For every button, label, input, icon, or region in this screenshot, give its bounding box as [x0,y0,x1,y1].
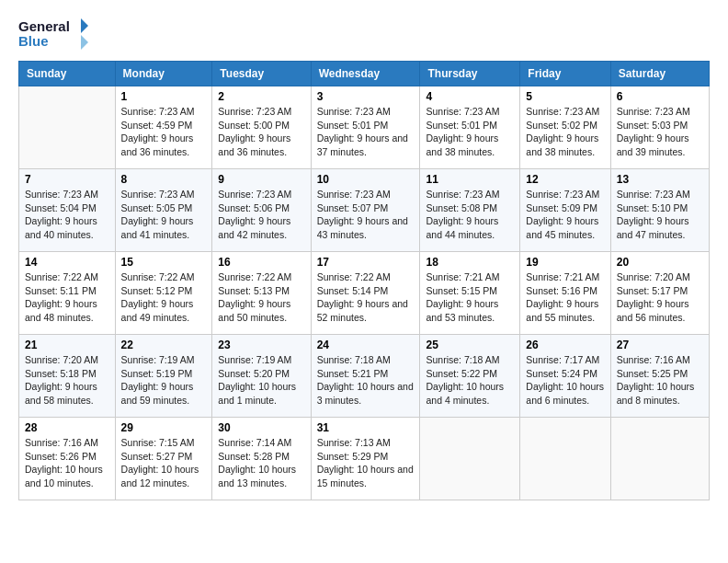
day-header-wednesday: Wednesday [311,62,420,86]
calendar-cell: 21Sunrise: 7:20 AMSunset: 5:18 PMDayligh… [19,335,116,418]
day-info: Sunrise: 7:19 AMSunset: 5:20 PMDaylight:… [218,353,304,408]
calendar-cell: 3Sunrise: 7:23 AMSunset: 5:01 PMDaylight… [311,86,420,169]
week-row-4: 21Sunrise: 7:20 AMSunset: 5:18 PMDayligh… [19,335,710,418]
week-row-1: 1Sunrise: 7:23 AMSunset: 4:59 PMDaylight… [19,86,710,169]
day-info: Sunrise: 7:22 AMSunset: 5:13 PMDaylight:… [218,270,304,325]
day-info: Sunrise: 7:23 AMSunset: 4:59 PMDaylight:… [121,105,207,159]
day-number: 26 [526,339,604,351]
day-number: 28 [25,421,109,434]
day-number: 16 [218,256,304,269]
calendar-cell: 1Sunrise: 7:23 AMSunset: 4:59 PMDaylight… [115,86,212,169]
day-info: Sunrise: 7:15 AMSunset: 5:27 PMDaylight:… [121,436,207,490]
day-info: Sunrise: 7:18 AMSunset: 5:21 PMDaylight:… [317,353,415,408]
day-info: Sunrise: 7:23 AMSunset: 5:01 PMDaylight:… [426,105,514,159]
calendar-cell: 7Sunrise: 7:23 AMSunset: 5:04 PMDaylight… [19,169,116,252]
calendar-cell: 2Sunrise: 7:23 AMSunset: 5:00 PMDaylight… [212,86,311,169]
day-info: Sunrise: 7:23 AMSunset: 5:04 PMDaylight:… [25,188,109,242]
day-number: 21 [25,339,109,351]
day-number: 19 [526,256,604,269]
page-header: General Blue [18,15,710,52]
calendar-header-row: SundayMondayTuesdayWednesdayThursdayFrid… [19,62,710,86]
day-info: Sunrise: 7:21 AMSunset: 5:16 PMDaylight:… [526,270,604,325]
calendar-cell: 8Sunrise: 7:23 AMSunset: 5:05 PMDaylight… [115,169,212,252]
day-header-thursday: Thursday [420,62,520,86]
calendar-cell: 4Sunrise: 7:23 AMSunset: 5:01 PMDaylight… [420,86,520,169]
day-number: 15 [121,256,207,269]
calendar-cell: 16Sunrise: 7:22 AMSunset: 5:13 PMDayligh… [212,252,311,335]
calendar-cell: 14Sunrise: 7:22 AMSunset: 5:11 PMDayligh… [19,252,116,335]
day-number: 22 [121,339,207,351]
day-number: 31 [317,421,415,434]
day-number: 12 [526,173,604,186]
calendar-cell [19,86,116,169]
day-info: Sunrise: 7:18 AMSunset: 5:22 PMDaylight:… [426,353,514,408]
day-info: Sunrise: 7:23 AMSunset: 5:05 PMDaylight:… [121,188,207,242]
calendar-cell: 6Sunrise: 7:23 AMSunset: 5:03 PMDaylight… [610,86,709,169]
day-info: Sunrise: 7:23 AMSunset: 5:02 PMDaylight:… [526,105,604,159]
day-number: 29 [121,421,207,434]
calendar-cell: 13Sunrise: 7:23 AMSunset: 5:10 PMDayligh… [610,169,709,252]
day-number: 24 [317,339,415,351]
day-info: Sunrise: 7:22 AMSunset: 5:12 PMDaylight:… [121,270,207,325]
calendar-cell: 26Sunrise: 7:17 AMSunset: 5:24 PMDayligh… [520,335,610,418]
calendar-cell: 24Sunrise: 7:18 AMSunset: 5:21 PMDayligh… [311,335,420,418]
calendar-cell: 11Sunrise: 7:23 AMSunset: 5:08 PMDayligh… [420,169,520,252]
calendar-cell: 18Sunrise: 7:21 AMSunset: 5:15 PMDayligh… [420,252,520,335]
week-row-2: 7Sunrise: 7:23 AMSunset: 5:04 PMDaylight… [19,169,710,252]
calendar-cell: 12Sunrise: 7:23 AMSunset: 5:09 PMDayligh… [520,169,610,252]
calendar-cell: 20Sunrise: 7:20 AMSunset: 5:17 PMDayligh… [610,252,709,335]
calendar-cell [520,418,610,500]
day-number: 3 [317,90,415,103]
calendar-cell: 10Sunrise: 7:23 AMSunset: 5:07 PMDayligh… [311,169,420,252]
calendar-cell [420,418,520,500]
day-number: 7 [25,173,109,186]
day-info: Sunrise: 7:22 AMSunset: 5:11 PMDaylight:… [25,270,109,325]
day-number: 1 [121,90,207,103]
day-info: Sunrise: 7:21 AMSunset: 5:15 PMDaylight:… [426,270,514,325]
day-info: Sunrise: 7:23 AMSunset: 5:01 PMDaylight:… [317,105,415,159]
calendar-cell: 27Sunrise: 7:16 AMSunset: 5:25 PMDayligh… [610,335,709,418]
day-number: 18 [426,256,514,269]
calendar-body: 1Sunrise: 7:23 AMSunset: 4:59 PMDaylight… [19,86,710,500]
day-header-tuesday: Tuesday [212,62,311,86]
day-number: 4 [426,90,514,103]
svg-text:Blue: Blue [18,33,49,49]
day-info: Sunrise: 7:20 AMSunset: 5:17 PMDaylight:… [617,270,703,325]
day-number: 13 [617,173,703,186]
day-number: 30 [218,421,304,434]
calendar-table: SundayMondayTuesdayWednesdayThursdayFrid… [18,61,710,500]
calendar-cell: 17Sunrise: 7:22 AMSunset: 5:14 PMDayligh… [311,252,420,335]
logo: General Blue [18,15,92,52]
logo-icon: General Blue [18,15,92,52]
day-info: Sunrise: 7:23 AMSunset: 5:10 PMDaylight:… [617,188,703,242]
day-info: Sunrise: 7:23 AMSunset: 5:00 PMDaylight:… [218,105,304,159]
day-info: Sunrise: 7:19 AMSunset: 5:19 PMDaylight:… [121,353,207,408]
day-number: 5 [526,90,604,103]
calendar-cell: 19Sunrise: 7:21 AMSunset: 5:16 PMDayligh… [520,252,610,335]
week-row-3: 14Sunrise: 7:22 AMSunset: 5:11 PMDayligh… [19,252,710,335]
calendar-cell: 31Sunrise: 7:13 AMSunset: 5:29 PMDayligh… [311,418,420,500]
calendar-cell: 30Sunrise: 7:14 AMSunset: 5:28 PMDayligh… [212,418,311,500]
day-number: 11 [426,173,514,186]
svg-marker-2 [81,18,88,33]
svg-text:General: General [18,18,70,34]
day-info: Sunrise: 7:20 AMSunset: 5:18 PMDaylight:… [25,353,109,408]
calendar-cell: 9Sunrise: 7:23 AMSunset: 5:06 PMDaylight… [212,169,311,252]
day-number: 14 [25,256,109,269]
day-info: Sunrise: 7:23 AMSunset: 5:09 PMDaylight:… [526,188,604,242]
svg-marker-3 [81,35,88,50]
day-number: 23 [218,339,304,351]
day-header-friday: Friday [520,62,610,86]
calendar-cell: 22Sunrise: 7:19 AMSunset: 5:19 PMDayligh… [115,335,212,418]
day-info: Sunrise: 7:23 AMSunset: 5:08 PMDaylight:… [426,188,514,242]
day-header-monday: Monday [115,62,212,86]
week-row-5: 28Sunrise: 7:16 AMSunset: 5:26 PMDayligh… [19,418,710,500]
day-info: Sunrise: 7:16 AMSunset: 5:25 PMDaylight:… [617,353,703,408]
day-header-saturday: Saturday [610,62,709,86]
calendar-cell: 28Sunrise: 7:16 AMSunset: 5:26 PMDayligh… [19,418,116,500]
day-header-sunday: Sunday [19,62,116,86]
calendar-cell: 23Sunrise: 7:19 AMSunset: 5:20 PMDayligh… [212,335,311,418]
day-number: 20 [617,256,703,269]
day-info: Sunrise: 7:23 AMSunset: 5:06 PMDaylight:… [218,188,304,242]
day-number: 27 [617,339,703,351]
